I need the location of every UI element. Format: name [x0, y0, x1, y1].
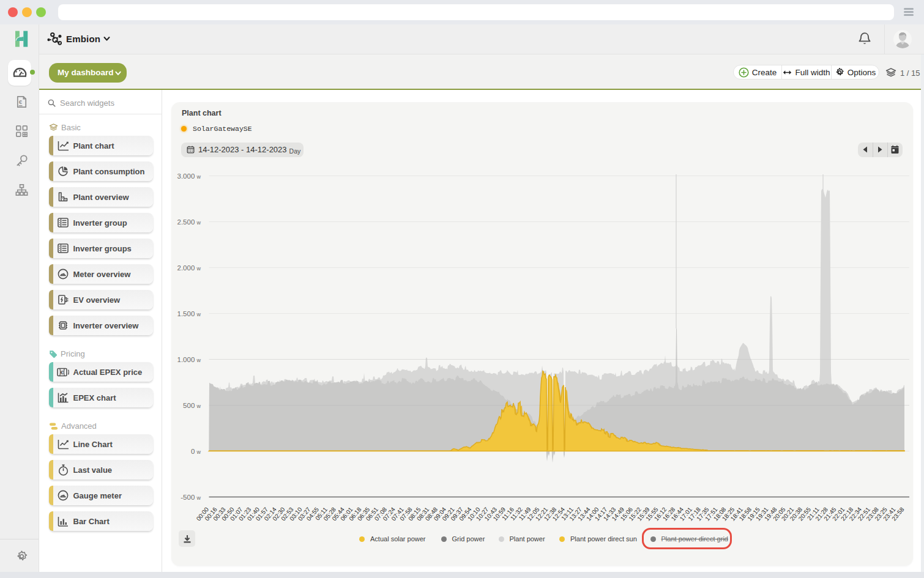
svg-text:1.000 w: 1.000 w [177, 356, 201, 363]
svg-text:0 w: 0 w [191, 448, 201, 455]
svg-text:500 w: 500 w [183, 402, 201, 409]
svg-text:€: € [61, 369, 64, 375]
svg-text:1.500 w: 1.500 w [177, 310, 201, 317]
svg-text:-500 w: -500 w [181, 494, 201, 501]
svg-text:3.000 w: 3.000 w [177, 172, 201, 180]
svg-text:2.000 w: 2.000 w [177, 264, 201, 272]
svg-text:€: € [19, 98, 23, 105]
svg-text:2.500 w: 2.500 w [177, 218, 201, 226]
